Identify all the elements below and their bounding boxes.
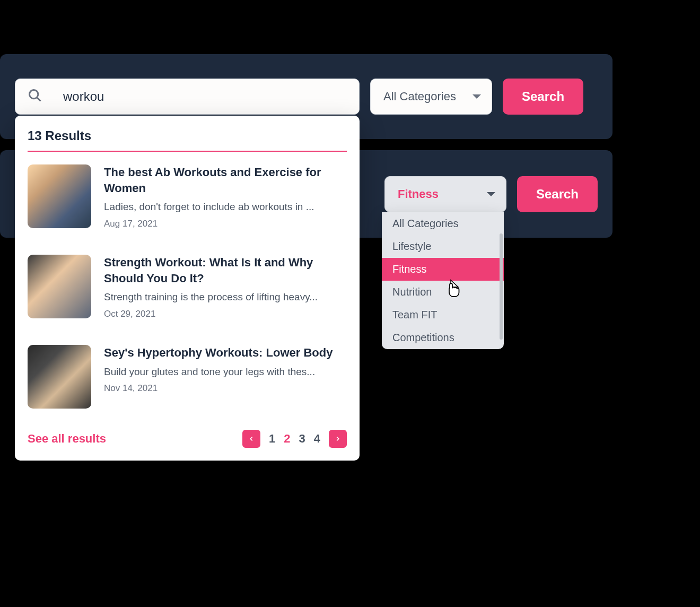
page-prev-button[interactable]: [242, 430, 260, 448]
scrollbar[interactable]: [500, 233, 503, 340]
results-count: 13 Results: [28, 128, 347, 152]
result-title: Strength Workout: What Is It and Why Sho…: [104, 255, 347, 286]
category-option-all[interactable]: All Categories: [382, 212, 504, 235]
search-button-second[interactable]: Search: [517, 176, 598, 212]
category-select-open[interactable]: Fitness: [384, 176, 506, 212]
result-date: Nov 14, 2021: [104, 383, 347, 394]
search-icon: [28, 88, 42, 105]
result-description: Build your glutes and tone your legs wit…: [104, 365, 347, 379]
page-1[interactable]: 1: [269, 432, 275, 446]
category-select-open-label: Fitness: [398, 187, 439, 201]
category-option-fitness[interactable]: Fitness: [382, 258, 504, 281]
result-content: Sey's Hypertophy Workouts: Lower Body Bu…: [104, 345, 347, 409]
result-item[interactable]: Sey's Hypertophy Workouts: Lower Body Bu…: [28, 332, 347, 421]
search-button[interactable]: Search: [503, 79, 583, 115]
result-description: Strength training is the process of lift…: [104, 290, 347, 305]
page-3[interactable]: 3: [299, 432, 305, 446]
pointer-cursor-icon: [445, 279, 462, 301]
result-description: Ladies, don't forget to include ab worko…: [104, 200, 347, 214]
category-dropdown-menu: All Categories Lifestyle Fitness Nutriti…: [382, 212, 504, 349]
result-thumbnail: [28, 164, 91, 228]
results-dropdown: 13 Results The best Ab Workouts and Exer…: [15, 116, 360, 461]
dropdown-footer: See all results 1 2 3 4: [28, 421, 347, 448]
result-content: The best Ab Workouts and Exercise for Wo…: [104, 164, 347, 229]
result-date: Aug 17, 2021: [104, 219, 347, 229]
result-item[interactable]: The best Ab Workouts and Exercise for Wo…: [28, 152, 347, 242]
category-option-lifestyle[interactable]: Lifestyle: [382, 235, 504, 258]
category-select[interactable]: All Categories: [370, 79, 492, 115]
svg-point-0: [30, 90, 38, 99]
result-date: Oct 29, 2021: [104, 309, 347, 319]
search-input[interactable]: [15, 79, 360, 115]
result-content: Strength Workout: What Is It and Why Sho…: [104, 255, 347, 319]
chevron-down-icon: [472, 94, 481, 99]
category-option-teamfit[interactable]: Team FIT: [382, 304, 504, 326]
pagination: 1 2 3 4: [242, 430, 347, 448]
category-select-label: All Categories: [383, 90, 456, 103]
result-thumbnail: [28, 255, 91, 318]
page-2[interactable]: 2: [284, 432, 290, 446]
result-title: The best Ab Workouts and Exercise for Wo…: [104, 164, 347, 196]
result-item[interactable]: Strength Workout: What Is It and Why Sho…: [28, 242, 347, 332]
svg-line-1: [37, 98, 41, 101]
page-next-button[interactable]: [329, 430, 347, 448]
page-4[interactable]: 4: [314, 432, 320, 446]
category-option-nutrition[interactable]: Nutrition: [382, 281, 504, 304]
result-title: Sey's Hypertophy Workouts: Lower Body: [104, 345, 347, 361]
search-input-wrapper: [15, 79, 360, 115]
chevron-down-icon: [487, 192, 495, 196]
see-all-link[interactable]: See all results: [28, 432, 106, 446]
category-option-competitions[interactable]: Competitions: [382, 326, 504, 349]
result-thumbnail: [28, 345, 91, 409]
